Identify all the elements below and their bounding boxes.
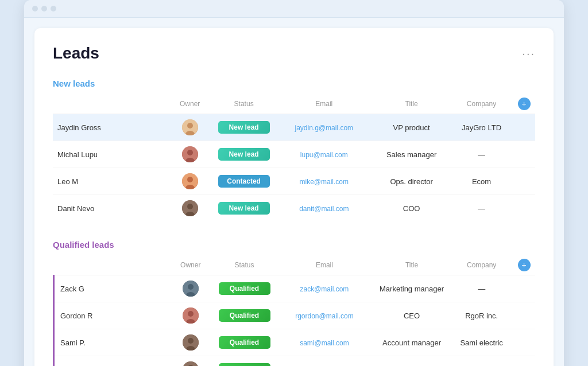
email-link[interactable]: danit@mail.com: [299, 205, 349, 213]
status-badge[interactable]: Qualified: [219, 309, 270, 322]
avatar: [182, 119, 198, 135]
lead-company: —: [452, 275, 510, 302]
lead-owner: [170, 329, 211, 356]
lead-company: —: [452, 141, 511, 168]
lead-action: [510, 275, 535, 302]
svg-point-4: [187, 150, 193, 155]
status-badge[interactable]: New lead: [218, 202, 270, 215]
email-link[interactable]: zack@mail.com: [300, 285, 349, 293]
lead-email[interactable]: joshrain@mail.com: [278, 356, 371, 367]
avatar: [183, 361, 199, 366]
status-badge[interactable]: New lead: [218, 148, 270, 161]
lead-action: [510, 329, 535, 356]
status-badge[interactable]: Qualified: [219, 282, 270, 295]
lead-status[interactable]: Qualified: [211, 329, 278, 356]
lead-name: Jaydin Gross: [53, 114, 169, 141]
col-header-add: +: [510, 94, 535, 114]
lead-company: JayGro LTD: [452, 114, 511, 141]
email-link[interactable]: jaydin.g@mail.com: [295, 124, 354, 132]
lead-status[interactable]: Contacted: [210, 168, 277, 195]
lead-email[interactable]: mike@mail.com: [277, 168, 371, 195]
new-leads-section: New leads Owner Status Email Title Compa…: [53, 79, 535, 221]
svg-point-13: [188, 284, 194, 290]
svg-point-16: [188, 311, 194, 317]
lead-title: VP product: [371, 114, 452, 141]
lead-email[interactable]: jaydin.g@mail.com: [277, 114, 371, 141]
email-link[interactable]: rgordon@mail.com: [295, 312, 354, 320]
lead-title: CEO: [371, 302, 452, 329]
lead-email[interactable]: rgordon@mail.com: [278, 302, 371, 329]
email-link[interactable]: lupu@mail.com: [300, 151, 348, 159]
lead-action: [510, 302, 535, 329]
col-header-owner-q: Owner: [170, 255, 211, 275]
avatar: [183, 334, 199, 351]
qualified-leads-title: Qualified leads: [53, 240, 535, 250]
status-badge[interactable]: New lead: [218, 121, 270, 134]
col-header-title-q: Title: [371, 255, 452, 275]
lead-action: [510, 168, 535, 195]
table-row[interactable]: Michal Lupu New lead lupu@mail.com Sales…: [53, 141, 535, 168]
col-header-add-q: +: [510, 255, 535, 275]
lead-status[interactable]: Qualified: [211, 275, 278, 302]
lead-title: Head of sales: [371, 356, 452, 367]
table-row[interactable]: Leo M Contacted mike@mail.com Ops. direc…: [53, 168, 535, 195]
avatar: [182, 173, 198, 189]
add-new-lead-button[interactable]: +: [518, 98, 531, 110]
lead-status[interactable]: New lead: [210, 114, 277, 141]
status-badge[interactable]: Contacted: [218, 175, 270, 188]
lead-action: [510, 195, 535, 222]
col-header-owner: Owner: [169, 94, 210, 114]
qualified-leads-section: Qualified leads Owner Status Email Title…: [53, 240, 535, 366]
more-options-button[interactable]: ···: [522, 47, 535, 60]
new-leads-header-row: Owner Status Email Title Company +: [53, 94, 535, 114]
table-row[interactable]: Gordon R Qualified rgordon@mail.com CEO …: [54, 302, 536, 329]
lead-owner: [170, 302, 211, 329]
email-link[interactable]: sami@mail.com: [300, 339, 349, 347]
lead-company: Ecom: [452, 168, 511, 195]
page-title: Leads: [53, 44, 99, 63]
lead-status[interactable]: Qualified: [211, 302, 278, 329]
lead-status[interactable]: New lead: [210, 195, 277, 222]
col-header-name: [53, 94, 169, 114]
lead-email[interactable]: zack@mail.com: [278, 275, 371, 302]
email-link[interactable]: mike@mail.com: [300, 178, 349, 186]
status-badge[interactable]: Qualified: [219, 336, 270, 349]
col-header-email-q: Email: [278, 255, 371, 275]
window-body: Leads ··· New leads Owner Status Email T…: [34, 28, 554, 366]
lead-owner: [169, 195, 210, 222]
lead-email[interactable]: lupu@mail.com: [277, 141, 371, 168]
new-leads-title: New leads: [53, 79, 535, 88]
dot-2: [41, 6, 47, 11]
lead-title: Sales manager: [371, 141, 452, 168]
lead-name: Michal Lupu: [53, 141, 169, 168]
svg-point-1: [187, 123, 193, 129]
col-header-email: Email: [277, 94, 371, 114]
lead-action: [510, 141, 535, 168]
titlebar: [24, 0, 564, 18]
lead-title: COO: [371, 195, 452, 222]
col-header-name-q: [54, 255, 171, 275]
lead-title: Account manager: [371, 329, 452, 356]
new-leads-table: Owner Status Email Title Company + Jay: [53, 94, 535, 221]
status-badge[interactable]: Qualified: [219, 363, 270, 366]
lead-email[interactable]: sami@mail.com: [278, 329, 371, 356]
lead-company: Ecom: [452, 356, 510, 367]
lead-action: [510, 356, 535, 367]
qualified-leads-table: Owner Status Email Title Company + Zac: [53, 255, 535, 366]
lead-email[interactable]: danit@mail.com: [277, 195, 371, 222]
lead-status[interactable]: Qualified: [211, 356, 278, 367]
table-row[interactable]: Jaydin Gross New lead jaydin.g@mail.com …: [53, 114, 535, 141]
svg-point-19: [188, 338, 194, 344]
dot-1: [32, 6, 38, 11]
lead-status[interactable]: New lead: [210, 141, 277, 168]
app-window: Leads ··· New leads Owner Status Email T…: [24, 0, 564, 366]
table-row[interactable]: Danit Nevo New lead danit@mail.com COO —: [53, 195, 535, 222]
table-row[interactable]: Sami P. Qualified sami@mail.com Account …: [54, 329, 536, 356]
add-qualified-lead-button[interactable]: +: [518, 259, 531, 271]
avatar: [183, 281, 199, 297]
table-row[interactable]: Josh Rain Qualified joshrain@mail.com He…: [54, 356, 536, 367]
col-header-status-q: Status: [211, 255, 278, 275]
lead-owner: [170, 356, 211, 367]
table-row[interactable]: Zack G Qualified zack@mail.com Marketing…: [54, 275, 536, 302]
lead-name: Gordon R: [54, 302, 171, 329]
